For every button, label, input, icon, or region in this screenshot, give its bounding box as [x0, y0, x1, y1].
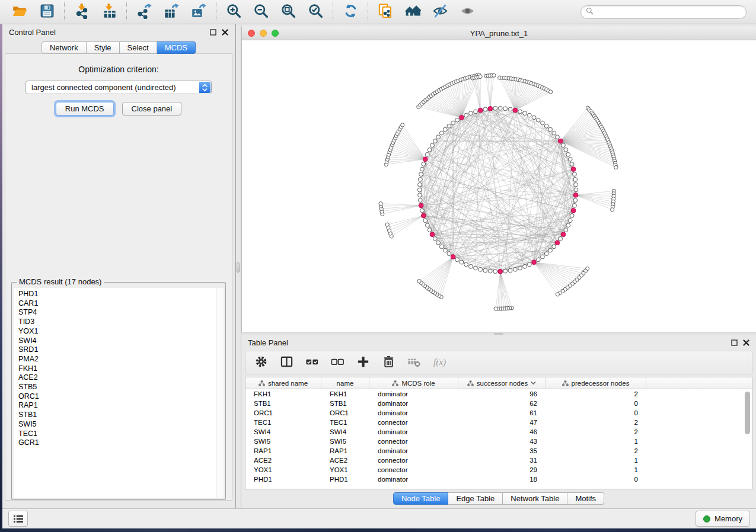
tab-edge-table[interactable]: Edge Table [448, 492, 503, 505]
mcds-result-item[interactable]: YOX1 [18, 327, 224, 336]
zoom-in-button[interactable] [225, 3, 243, 21]
ring-node[interactable] [498, 106, 502, 110]
window-close-button[interactable] [248, 30, 255, 37]
ring-node[interactable] [493, 270, 497, 274]
mcds-result-item[interactable]: TEC1 [18, 430, 224, 439]
ring-node[interactable] [455, 118, 460, 122]
mcds-hub-node[interactable] [419, 203, 423, 208]
table-scrollbar-thumb[interactable] [745, 392, 750, 434]
ring-node[interactable] [564, 148, 568, 152]
ring-node[interactable] [436, 241, 441, 245]
mcds-hub-node[interactable] [451, 255, 455, 259]
mcds-result-item[interactable]: PHD1 [18, 290, 224, 299]
satellite-node[interactable] [614, 165, 618, 169]
ring-node[interactable] [464, 113, 468, 117]
column-header-shared-name[interactable]: shared name [245, 377, 321, 389]
table-panel-close-button[interactable] [743, 339, 749, 346]
import-table-button[interactable] [100, 3, 118, 21]
export-image-button[interactable] [190, 3, 208, 21]
mcds-result-item[interactable]: SWI5 [18, 420, 224, 430]
ring-node[interactable] [532, 116, 536, 120]
mcds-result-item[interactable]: SRD1 [18, 345, 224, 355]
column-header-name[interactable]: name [321, 377, 369, 389]
ring-node[interactable] [419, 172, 423, 177]
ring-node[interactable] [425, 223, 429, 227]
ring-node[interactable] [523, 264, 527, 268]
ring-node[interactable] [418, 193, 422, 197]
ring-node[interactable] [552, 245, 556, 249]
ring-node[interactable] [548, 248, 553, 252]
result-scrollbar[interactable] [216, 288, 224, 498]
ring-node[interactable] [573, 203, 577, 207]
window-zoom-button[interactable] [272, 30, 279, 37]
mcds-result-item[interactable]: PMA2 [18, 355, 224, 364]
ring-node[interactable] [548, 127, 553, 132]
satellite-node[interactable] [492, 73, 496, 77]
tab-style[interactable]: Style [87, 41, 120, 54]
mcds-hub-node[interactable] [573, 193, 578, 197]
welcome-screen-button[interactable] [404, 3, 422, 21]
ring-node[interactable] [536, 258, 540, 262]
ring-node[interactable] [527, 262, 531, 267]
open-session-button[interactable] [11, 3, 28, 21]
ring-node[interactable] [418, 178, 422, 182]
ring-node[interactable] [428, 148, 432, 152]
ring-node[interactable] [423, 219, 428, 223]
column-header-successor-nodes[interactable]: successor nodes [458, 377, 546, 389]
table-row[interactable]: STB1STB1dominator620 [245, 399, 752, 408]
mcds-hub-node[interactable] [555, 241, 560, 245]
mcds-result-item[interactable]: SWI4 [18, 336, 224, 346]
ring-node[interactable] [544, 124, 548, 128]
mcds-hub-node[interactable] [430, 232, 435, 237]
ring-node[interactable] [436, 135, 441, 139]
ring-node[interactable] [536, 118, 540, 122]
export-network-button[interactable] [135, 3, 153, 21]
window-minimize-button[interactable] [260, 30, 267, 37]
table-scrollbar[interactable] [745, 392, 750, 485]
ring-node[interactable] [573, 198, 578, 203]
ring-node[interactable] [433, 139, 437, 143]
ring-node[interactable] [428, 228, 432, 232]
ring-node[interactable] [464, 262, 468, 267]
ring-node[interactable] [568, 157, 572, 161]
mcds-result-item[interactable]: FKH1 [18, 364, 224, 374]
ring-node[interactable] [418, 182, 422, 187]
refresh-layout-button[interactable] [342, 3, 359, 21]
mcds-hub-node[interactable] [571, 209, 576, 213]
tab-mcds[interactable]: MCDS [157, 41, 196, 54]
mcds-hub-node[interactable] [478, 108, 483, 113]
mcds-hub-node[interactable] [423, 157, 428, 162]
delete-columns-button[interactable] [381, 355, 396, 370]
ring-node[interactable] [425, 152, 429, 156]
ring-node[interactable] [564, 228, 568, 232]
ring-node[interactable] [430, 143, 435, 148]
memory-button[interactable]: Memory [696, 511, 750, 527]
satellite-node[interactable] [549, 90, 553, 94]
show-all-columns-button[interactable] [304, 355, 320, 370]
ring-node[interactable] [513, 267, 517, 271]
network-titlebar[interactable]: YPA_prune.txt_1 [242, 27, 756, 40]
ring-node[interactable] [444, 248, 448, 252]
satellite-node[interactable] [401, 123, 404, 127]
ring-node[interactable] [503, 269, 508, 273]
ring-node[interactable] [568, 219, 572, 223]
splitter-grabber[interactable] [237, 262, 240, 273]
mcds-result-item[interactable]: GCR1 [18, 438, 224, 448]
mcds-result-item[interactable]: STP4 [18, 308, 224, 318]
ring-node[interactable] [433, 237, 437, 241]
control-panel-close-button[interactable] [222, 29, 228, 36]
hide-all-columns-button[interactable] [330, 355, 345, 370]
close-mcds-panel-button[interactable]: Close panel [122, 102, 182, 116]
satellite-node[interactable] [610, 208, 614, 211]
hide-graphics-button[interactable] [431, 3, 449, 21]
mcds-hub-node[interactable] [460, 115, 464, 120]
table-row[interactable]: YOX1YOX1connector291 [245, 465, 752, 475]
save-session-button[interactable] [38, 3, 56, 21]
ring-node[interactable] [479, 267, 483, 271]
ring-node[interactable] [483, 268, 487, 273]
run-mcds-button[interactable]: Run MCDS [56, 102, 114, 116]
ring-node[interactable] [555, 135, 559, 139]
tab-select[interactable]: Select [120, 41, 157, 54]
ring-node[interactable] [544, 252, 548, 256]
ring-node[interactable] [451, 121, 455, 125]
